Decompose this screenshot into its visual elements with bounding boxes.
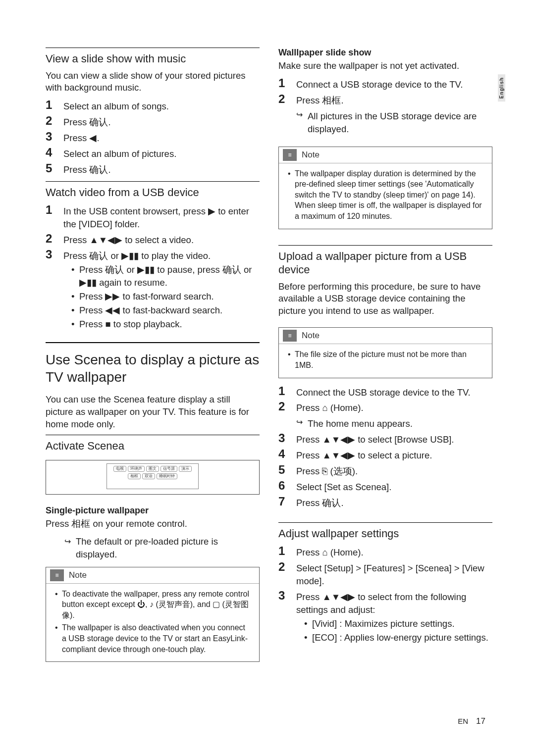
footer: EN 17 [458,716,485,726]
note-label: Note [69,570,87,580]
result-arrow-icon: ↪ [64,535,71,546]
result-wallpaper-slideshow: All pictures in the USB storage device a… [308,108,492,136]
steps-adjust-wallpaper: 1Press ⌂ (Home). 2Select [Setup] > [Feat… [278,544,492,646]
note-icon: ≡ [283,149,297,161]
steps-usb-video: 1In the USB content browsert, press ▶ to… [46,203,260,332]
note-icon: ≡ [283,330,297,342]
heading-activate-scenea: Activate Scenea [46,439,260,453]
steps-wallpaper-slideshow: 1Connect a USB storage device to the TV.… [278,76,492,137]
left-column: View a slide show with music You can vie… [46,48,260,726]
heading-usb-video: Watch video from a USB device [46,186,260,200]
result-arrow-icon: ↪ [296,108,303,120]
result-arrow-icon: ↪ [296,415,303,428]
footer-lang: EN [458,717,468,725]
list-item: Press ▶▶ to fast-forward search. [71,290,260,303]
steps-slideshow-music: 1Select an album of songs. 2Press 确认. 3P… [46,98,260,177]
heading-slideshow-music: View a slide show with music [46,52,260,66]
intro-scenea: You can use the Scenea feature display a… [46,394,260,431]
note-item: The wallpaper is also deactivated when y… [55,622,250,655]
language-tab: English [498,74,505,101]
note-item: The file size of the picture must not be… [288,349,483,370]
list-item: Press ◀◀ to fast-backward search. [71,304,260,317]
heading-upload-wallpaper: Upload a wallpaper picture from a USB de… [278,250,492,277]
note-icon: ≡ [50,569,64,581]
remote-keys: 电视 环绕声 图文 信号源 演示 相框 双语 睡眠时钟 [107,463,199,489]
list-item: Press 确认 or ▶▮▮ to pause, press 确认 or ▶▮… [71,263,260,289]
list-item: Press ■ to stop playback. [71,318,260,331]
intro-wallpaper-slideshow: Make sure the wallpaper is not yet activ… [278,60,492,72]
list-item: [Vivid] : Maximizes picture settings. [304,617,492,630]
list-item: [ECO] : Applies low-energy picture setti… [304,631,492,644]
note-label: Note [302,150,320,160]
note-box: ≡ Note The wallpaper display duration is… [278,147,492,229]
heading-adjust-wallpaper: Adjust wallpaper settings [278,527,492,541]
remote-illustration: 电视 环绕声 图文 信号源 演示 相框 双语 睡眠时钟 [46,460,260,495]
note-box: ≡ Note To deactivate the wallpaper, pres… [46,567,260,662]
heading-wallpaper-slideshow: Walllpaper slide show [278,48,492,58]
right-column: Walllpaper slide show Make sure the wall… [278,48,492,726]
note-label: Note [302,331,320,341]
page-number: 17 [476,716,485,726]
heading-scenea: Use Scenea to display a picture as TV wa… [46,351,260,386]
intro-slideshow-music: You can view a slide show of your stored… [46,70,260,95]
steps-upload-wallpaper: 1Connect the USB storage device to the T… [278,384,492,510]
result-home-menu: The home menu appears. [308,415,492,430]
intro-upload-wallpaper: Before performing this procedure, be sur… [278,281,492,318]
note-box: ≡ Note The file size of the picture must… [278,327,492,378]
body-single-picture: Press 相框 on your remote control. [46,518,260,530]
page: English View a slide show with music You… [0,0,535,756]
note-item: The wallpaper display duration is determ… [288,168,483,222]
note-item: To deactivate the wallpaper, press any r… [55,589,250,621]
heading-single-picture: Single-picture wallpaper [46,505,260,516]
result-single-picture: The default or pre-loaded picture is dis… [76,535,260,561]
